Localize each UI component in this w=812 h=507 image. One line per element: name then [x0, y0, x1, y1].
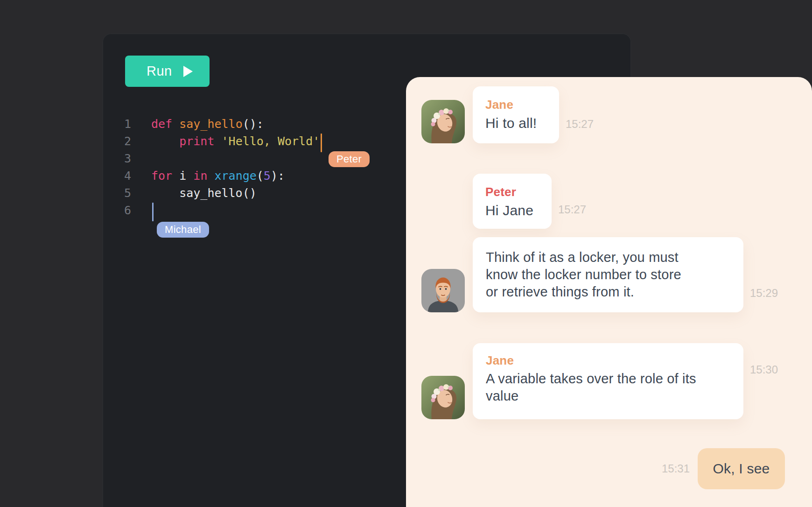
message-timestamp: 15:31: [662, 462, 690, 475]
avatar-jane: [421, 100, 465, 143]
code-line-text: [151, 202, 154, 219]
code-token: (: [257, 169, 264, 183]
chat-message: JaneHi to all!15:27: [421, 86, 812, 143]
collaborator-cursor-label-peter: Peter: [329, 151, 370, 167]
line-number: 4: [103, 167, 131, 184]
message-text: Think of it as a locker, you must know t…: [486, 249, 743, 301]
message-author-name: Peter: [485, 184, 552, 199]
chat-panel[interactable]: JaneHi to all!15:27PeterHi Jane15:27 Thi…: [406, 77, 812, 507]
code-line-text: say_hello(): [151, 184, 257, 202]
avatar-jane: [421, 376, 465, 419]
run-button-label: Run: [147, 63, 172, 79]
code-token: in: [193, 169, 214, 183]
code-token: ():: [243, 117, 264, 131]
line-number: 3: [103, 150, 131, 167]
message-bubble: PeterHi Jane: [473, 174, 552, 229]
message-author-name: Jane: [486, 353, 743, 368]
chat-message: JaneA variable takes over the role of it…: [421, 343, 812, 419]
code-token: print: [179, 134, 221, 148]
message-bubble: Think of it as a locker, you must know t…: [473, 237, 743, 312]
line-number: 2: [103, 133, 131, 150]
code-token: def: [151, 117, 179, 131]
message-bubble: JaneA variable takes over the role of it…: [473, 343, 743, 419]
code-token: [151, 134, 179, 148]
code-token: i: [179, 169, 193, 183]
code-token: say_hello(): [151, 186, 257, 200]
chat-message: Think of it as a locker, you must know t…: [421, 237, 812, 312]
message-bubble: JaneHi to all!: [473, 86, 559, 143]
collaborator-cursor-label-michael: Michael: [157, 222, 209, 238]
code-line-text: print 'Hello, World': [151, 133, 322, 150]
line-number: 6: [103, 202, 131, 219]
message-timestamp: 15:27: [558, 203, 586, 216]
code-line-text: def say_hello():: [151, 115, 264, 133]
collaborator-caret: [321, 134, 322, 152]
message-text: A variable takes over the role of its va…: [486, 370, 743, 405]
line-number: 5: [103, 184, 131, 202]
code-token: ):: [271, 169, 285, 183]
code-token: say_hello: [179, 117, 242, 131]
message-timestamp: 15:29: [750, 287, 778, 300]
code-token: 5: [264, 169, 271, 183]
line-number: 1: [103, 115, 131, 133]
app-root: { "page": { "background": "#29292c" }, "…: [0, 0, 812, 507]
message-timestamp: 15:30: [750, 363, 778, 376]
run-button[interactable]: Run: [125, 56, 210, 87]
message-author-name: Jane: [485, 97, 559, 112]
message-timestamp: 15:27: [566, 118, 594, 131]
outgoing-message-bubble: Ok, I see: [698, 448, 785, 489]
code-token: 'Hello, World': [222, 134, 320, 148]
chat-message-outgoing: 15:31Ok, I see: [421, 448, 812, 489]
message-text: Hi to all!: [485, 114, 559, 132]
code-line-text: for i in xrange(5):: [151, 167, 285, 184]
chat-message: PeterHi Jane15:27: [421, 174, 812, 229]
code-token: for: [151, 169, 179, 183]
collaborator-caret: [152, 203, 154, 221]
message-text: Hi Jane: [485, 202, 552, 219]
avatar-peter: [421, 269, 465, 312]
message-text: Ok, I see: [713, 460, 770, 478]
code-token: xrange: [214, 169, 256, 183]
play-icon: [183, 66, 193, 77]
